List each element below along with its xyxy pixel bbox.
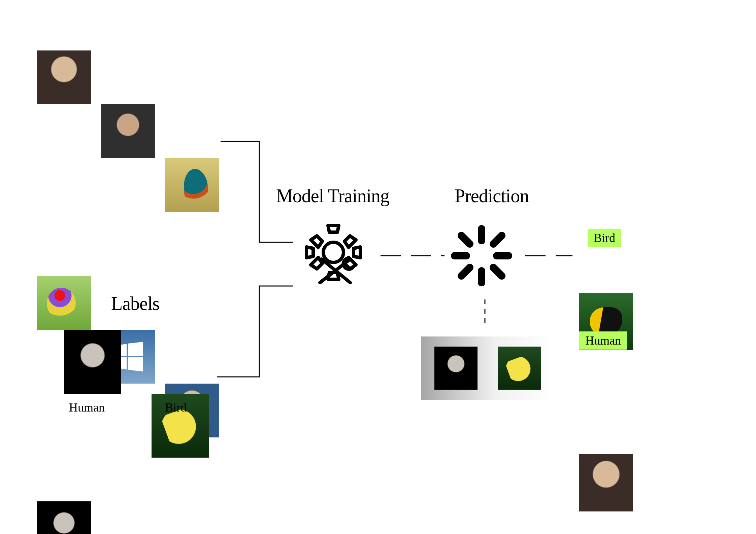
svg-line-18 (461, 268, 470, 276)
prediction-input-image-human (434, 347, 478, 390)
flow-connectors (0, 0, 756, 534)
prediction-output-image-human (579, 454, 633, 511)
grid-image-human-2 (101, 104, 155, 158)
svg-line-17 (493, 236, 502, 244)
grid-image-human-1 (37, 50, 91, 104)
training-image-grid (37, 50, 91, 534)
stage-title-prediction: Prediction (455, 185, 529, 207)
grid-image-kingfisher-bird (165, 158, 219, 212)
label-example-image-human (64, 330, 121, 394)
grid-image-gouldian-finch (37, 276, 91, 330)
svg-marker-3 (128, 357, 143, 371)
prediction-input-image-bird (498, 347, 541, 390)
svg-line-16 (493, 268, 502, 276)
grid-image-human-dark (37, 501, 91, 534)
svg-point-7 (323, 242, 343, 262)
gear-wrench-icon (300, 222, 367, 289)
label-example-text-human: Human (69, 400, 105, 415)
prediction-output-label-bird: Bird (588, 229, 621, 247)
svg-line-15 (461, 236, 470, 244)
svg-marker-1 (128, 342, 143, 356)
label-example-text-bird: Bird (165, 400, 187, 415)
prediction-output-label-human: Human (579, 331, 627, 350)
labels-heading: Labels (111, 293, 159, 314)
prediction-input-box (421, 336, 554, 400)
stage-title-training: Model Training (276, 185, 389, 207)
loading-spinner-icon (448, 222, 515, 289)
